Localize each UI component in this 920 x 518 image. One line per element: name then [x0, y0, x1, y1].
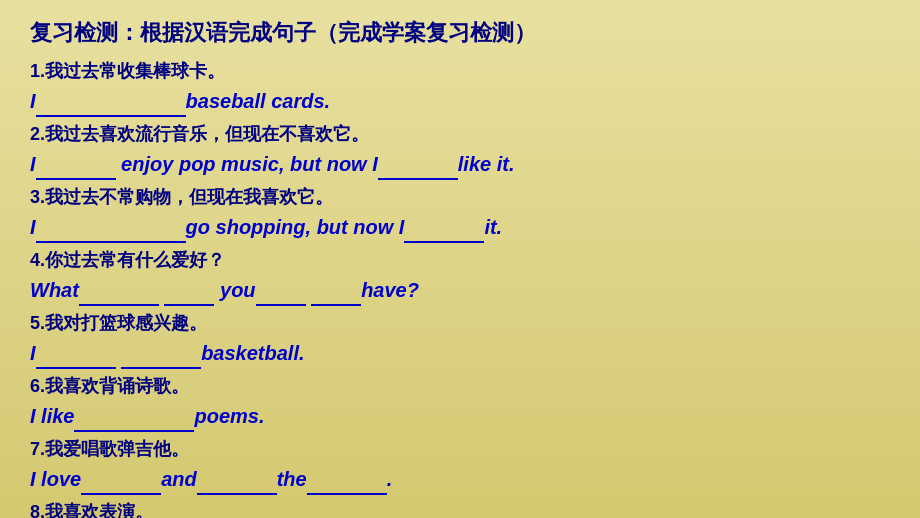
page-title: 复习检测：根据汉语完成句子（完成学案复习检测）: [30, 18, 890, 48]
question-2: 2.我过去喜欢流行音乐，但现在不喜欢它。 I enjoy pop music, …: [30, 121, 890, 180]
q4-en: What you have?: [30, 274, 890, 306]
q7-en: I loveandthe.: [30, 463, 890, 495]
q3-en: Igo shopping, but now Iit.: [30, 211, 890, 243]
q1-en: Ibaseball cards.: [30, 85, 890, 117]
question-1: 1.我过去常收集棒球卡。 Ibaseball cards.: [30, 58, 890, 117]
q7-cn: 7.我爱唱歌弹吉他。: [30, 436, 890, 463]
q6-blank-1[interactable]: [74, 410, 194, 432]
question-8: 8.我喜欢表演。 I .: [30, 499, 890, 518]
q2-blank-2[interactable]: [378, 158, 458, 180]
q8-cn: 8.我喜欢表演。: [30, 499, 890, 518]
q4-blank-3[interactable]: [256, 284, 306, 306]
q2-en: I enjoy pop music, but now Ilike it.: [30, 148, 890, 180]
q6-en: I likepoems.: [30, 400, 890, 432]
q5-blank-1[interactable]: [36, 347, 116, 369]
q4-blank-1[interactable]: [79, 284, 159, 306]
q1-cn: 1.我过去常收集棒球卡。: [30, 58, 890, 85]
q4-cn: 4.你过去常有什么爱好？: [30, 247, 890, 274]
q2-cn: 2.我过去喜欢流行音乐，但现在不喜欢它。: [30, 121, 890, 148]
q3-blank-1[interactable]: [36, 221, 186, 243]
q6-cn: 6.我喜欢背诵诗歌。: [30, 373, 890, 400]
question-5: 5.我对打篮球感兴趣。 I basketball.: [30, 310, 890, 369]
q3-cn: 3.我过去不常购物，但现在我喜欢它。: [30, 184, 890, 211]
q3-blank-2[interactable]: [404, 221, 484, 243]
q4-blank-2[interactable]: [164, 284, 214, 306]
q7-blank-2[interactable]: [197, 473, 277, 495]
q4-blank-4[interactable]: [311, 284, 361, 306]
question-7: 7.我爱唱歌弹吉他。 I loveandthe.: [30, 436, 890, 495]
question-6: 6.我喜欢背诵诗歌。 I likepoems.: [30, 373, 890, 432]
q7-blank-3[interactable]: [307, 473, 387, 495]
q1-blank-1[interactable]: [36, 95, 186, 117]
question-3: 3.我过去不常购物，但现在我喜欢它。 Igo shopping, but now…: [30, 184, 890, 243]
q5-en: I basketball.: [30, 337, 890, 369]
main-container: 复习检测：根据汉语完成句子（完成学案复习检测） 1.我过去常收集棒球卡。 Iba…: [0, 0, 920, 518]
q5-blank-2[interactable]: [121, 347, 201, 369]
q2-blank-1[interactable]: [36, 158, 116, 180]
q7-blank-1[interactable]: [81, 473, 161, 495]
question-4: 4.你过去常有什么爱好？ What you have?: [30, 247, 890, 306]
q5-cn: 5.我对打篮球感兴趣。: [30, 310, 890, 337]
